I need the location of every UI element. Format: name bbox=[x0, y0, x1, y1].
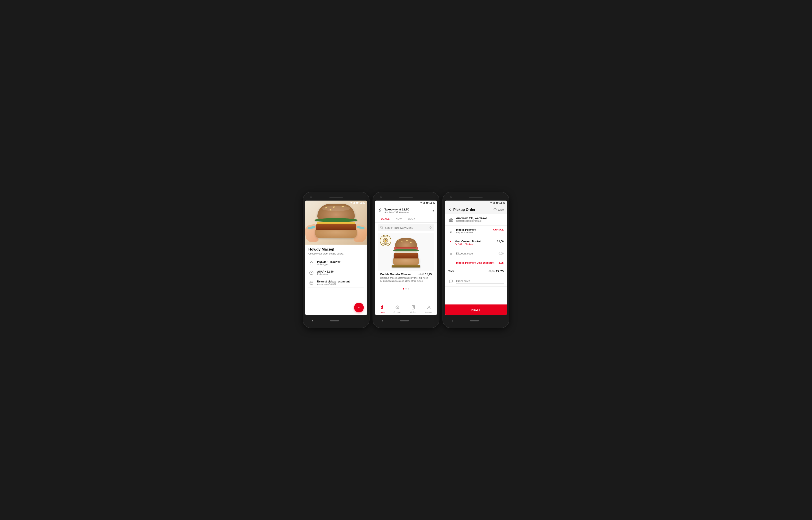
coupons-icon bbox=[395, 305, 400, 311]
svg-rect-7 bbox=[358, 203, 359, 203]
restaurant-sub: Ananasowa 54-054 bbox=[317, 283, 350, 286]
tab-new[interactable]: NEW bbox=[393, 216, 405, 223]
item-name: Your Custom Bucket bbox=[455, 240, 495, 243]
menu-card-info: Double Grander Cheeser 19,95 15,95 Delic… bbox=[378, 270, 434, 285]
back-button-3[interactable]: ‹ bbox=[452, 318, 453, 322]
pickup-time-sub: Pickup time bbox=[317, 273, 334, 276]
change-payment-button[interactable]: CHANGE bbox=[493, 228, 504, 231]
svg-rect-35 bbox=[494, 202, 494, 204]
item-quantity: 1x bbox=[448, 240, 453, 243]
svg-point-45 bbox=[451, 254, 452, 255]
svg-line-22 bbox=[382, 228, 383, 229]
chevron-down-icon[interactable]: ▾ bbox=[432, 208, 434, 213]
nav-orders[interactable]: Orders bbox=[410, 305, 416, 314]
phone-2-camera bbox=[380, 197, 382, 198]
close-button[interactable]: ✕ bbox=[448, 208, 451, 212]
promo-value: -3,25 bbox=[498, 261, 504, 264]
svg-point-21 bbox=[381, 226, 383, 228]
nav-menu-label: Menu bbox=[380, 312, 385, 314]
tab-deals[interactable]: DEALS bbox=[378, 216, 393, 223]
back-button[interactable]: ‹ bbox=[312, 318, 313, 322]
status-bar-3: 12:30 bbox=[488, 201, 507, 205]
item-customization: 6x Grilled Chicken bbox=[455, 243, 495, 245]
search-bar[interactable] bbox=[378, 224, 434, 231]
price-old: 19,95 bbox=[419, 273, 424, 276]
svg-rect-37 bbox=[495, 202, 495, 204]
svg-rect-43 bbox=[451, 220, 452, 222]
nav-account[interactable]: Account bbox=[425, 305, 432, 314]
next-button[interactable]: NEXT bbox=[445, 305, 507, 315]
svg-rect-3 bbox=[354, 202, 355, 204]
total-old-price: 31,00 bbox=[488, 270, 495, 272]
location-left: Takeaway at 12:50 Aroniowa 199, Warszawa bbox=[378, 208, 409, 213]
nav-orders-label: Orders bbox=[410, 311, 416, 313]
clock-icon bbox=[308, 270, 314, 276]
restaurant-section-content: Aroniowa 199, Warszawa Nearest pickup re… bbox=[456, 217, 504, 222]
walk-icon bbox=[378, 208, 383, 213]
svg-rect-19 bbox=[428, 203, 429, 203]
nav-coupons[interactable]: Coupons bbox=[393, 305, 401, 314]
dot-3 bbox=[408, 288, 409, 289]
menu-item-prices: 19,95 15,95 bbox=[419, 273, 432, 276]
nav-coupons-label: Coupons bbox=[393, 311, 401, 313]
discount-row[interactable]: -0,00 bbox=[445, 248, 507, 259]
fab-button[interactable] bbox=[354, 303, 364, 312]
status-time-2: 12:30 bbox=[429, 202, 435, 204]
price-new: 15,95 bbox=[425, 273, 432, 276]
phone-3-top-bar bbox=[445, 195, 507, 199]
mic-icon[interactable] bbox=[429, 226, 432, 230]
svg-point-26 bbox=[382, 306, 383, 307]
phone-3-bottom-bar: ‹ bbox=[445, 316, 507, 325]
restaurant-row[interactable]: Nearest pickup restaurant Ananasowa 54-0… bbox=[308, 278, 364, 288]
phone-1: 12:30 bbox=[303, 192, 369, 328]
discount-input[interactable] bbox=[456, 252, 496, 256]
menu-item-desc: Delicious cheese accompanied by two, big… bbox=[380, 277, 432, 283]
location-sub: Aroniowa 199, Warszawa bbox=[385, 211, 409, 213]
home-button[interactable] bbox=[330, 320, 339, 321]
svg-rect-16 bbox=[425, 202, 425, 204]
search-icon bbox=[380, 226, 383, 230]
payment-icon: zł bbox=[448, 229, 454, 234]
back-button-2[interactable]: ‹ bbox=[382, 318, 383, 322]
svg-rect-36 bbox=[494, 202, 495, 204]
status-time-1: 12:30 bbox=[359, 202, 365, 204]
store-icon bbox=[448, 217, 454, 223]
restaurant-section-sub: Nearest pickup restaurant bbox=[456, 220, 504, 222]
home-button-2[interactable] bbox=[400, 320, 409, 321]
total-new-price: 27,75 bbox=[496, 269, 504, 273]
order-type-details: Pickup • Takeaway Order type bbox=[317, 260, 340, 266]
svg-rect-39 bbox=[496, 202, 498, 203]
pickup-time-row[interactable]: ASAP • 12:50 Pickup time bbox=[308, 268, 364, 278]
svg-rect-1 bbox=[353, 203, 354, 204]
phone-3-screen: 12:30 ✕ Pickup Order 12:50 bbox=[445, 201, 507, 315]
svg-point-33 bbox=[491, 203, 491, 204]
svg-point-8 bbox=[311, 261, 312, 262]
phone-1-screen: 12:30 bbox=[305, 201, 367, 315]
notes-row[interactable] bbox=[445, 276, 507, 287]
greeting-subtitle: Choose your order details below. bbox=[308, 252, 364, 255]
restaurant-section-title: Aroniowa 199, Warszawa bbox=[456, 217, 504, 220]
status-bar-2: 12:30 bbox=[418, 201, 437, 205]
svg-rect-4 bbox=[355, 202, 356, 204]
order-type-sub: Order type bbox=[317, 263, 340, 266]
status-icons-2 bbox=[420, 202, 429, 204]
tab-buck[interactable]: BUCK bbox=[405, 216, 419, 223]
dot-2 bbox=[405, 288, 407, 289]
phone-2-bottom-bar: ‹ bbox=[375, 316, 437, 325]
menu-card-1[interactable]: SPECIAL 👨 OFFER bbox=[378, 233, 434, 285]
notes-input[interactable] bbox=[456, 279, 504, 284]
order-type-label: Pickup • Takeaway bbox=[317, 260, 340, 263]
menu-item-name: Double Grander Cheeser bbox=[380, 273, 411, 276]
search-input[interactable] bbox=[385, 226, 427, 229]
special-offer-badge: SPECIAL 👨 OFFER bbox=[380, 235, 391, 246]
home-button-3[interactable] bbox=[470, 320, 479, 321]
time-badge: 12:50 bbox=[494, 208, 504, 211]
status-bar-1: 12:30 bbox=[348, 201, 367, 205]
phone-3: 12:30 ✕ Pickup Order 12:50 bbox=[443, 192, 509, 328]
status-icons-3 bbox=[490, 202, 499, 204]
location-row[interactable]: Takeaway at 12:50 Aroniowa 199, Warszawa… bbox=[378, 208, 434, 213]
restaurant-icon bbox=[308, 280, 314, 286]
promo-label: Mobile Payment 20% Discount bbox=[456, 261, 494, 264]
order-type-row[interactable]: Pickup • Takeaway Order type bbox=[308, 258, 364, 268]
nav-menu[interactable]: Menu bbox=[380, 305, 385, 314]
